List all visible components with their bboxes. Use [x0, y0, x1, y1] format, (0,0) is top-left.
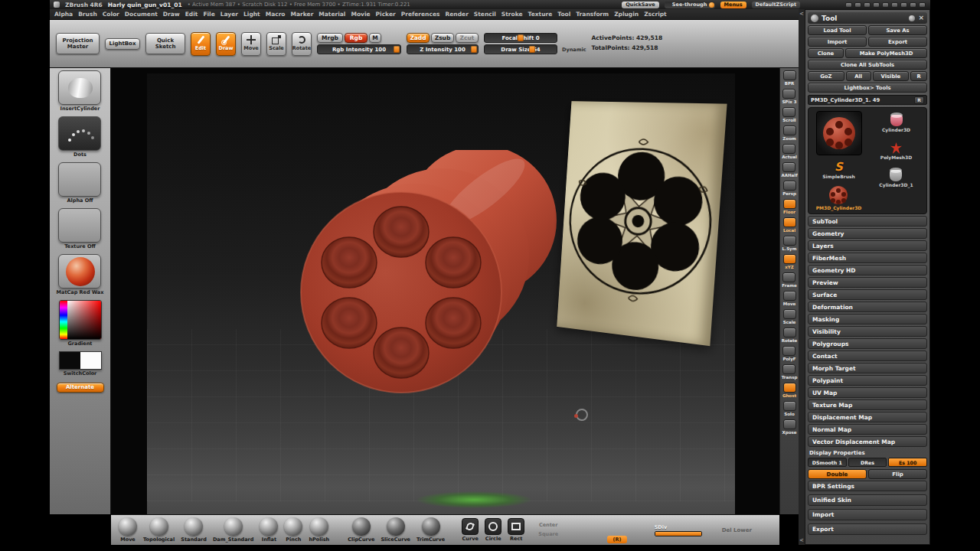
viewport[interactable] [111, 68, 779, 514]
close-panel-icon[interactable]: × [918, 15, 924, 21]
tool-section[interactable]: Polypaint [808, 375, 927, 386]
brush-hpolish[interactable]: hPolish [309, 517, 329, 543]
tool-section[interactable]: Geometry [808, 228, 927, 239]
tool-section[interactable]: Import [808, 509, 927, 520]
goz-button[interactable]: GoZ [808, 71, 844, 81]
reference-image-plane[interactable] [557, 101, 727, 346]
tool-section[interactable]: Deformation [808, 302, 927, 312]
goz-all-button[interactable]: All [846, 71, 871, 81]
menu-item[interactable]: Marker [291, 11, 314, 18]
tool-section[interactable]: Export [808, 523, 927, 535]
menu-item[interactable]: Picker [376, 11, 396, 18]
interface-icon-6[interactable] [891, 2, 898, 8]
bpr-settings-section[interactable]: BPR Settings [808, 481, 927, 491]
menus-button[interactable]: Menus [720, 2, 746, 8]
tool-section[interactable]: Layers [808, 240, 927, 251]
material-selector[interactable]: MatCap Red Wax [57, 254, 104, 295]
xpose-button[interactable]: Xpose [782, 419, 797, 435]
menu-item[interactable]: Stroke [501, 11, 523, 18]
menu-item[interactable]: Stencil [474, 11, 496, 18]
menu-item[interactable]: Macro [266, 11, 286, 18]
lsym-toggle[interactable]: L.Sym [782, 236, 797, 251]
square-toggle[interactable]: Square [538, 530, 558, 539]
aahalf-button[interactable]: AAHalf [781, 162, 797, 178]
interface-icon-8[interactable] [910, 2, 916, 8]
quicksave-button[interactable]: QuickSave [622, 2, 658, 8]
color-picker[interactable]: Gradient [59, 300, 102, 347]
zcut-button[interactable]: Zcut [456, 33, 479, 43]
bpr-button[interactable]: BPR [783, 70, 796, 86]
flip-button[interactable]: Flip [868, 469, 927, 479]
tool-cylinder3d-1[interactable]: Cylinder3D_1 [879, 166, 913, 191]
saturation-field-icon[interactable] [67, 301, 101, 339]
clone-all-subtools-button[interactable]: Clone All SubTools [808, 60, 927, 70]
interface-icon-1[interactable] [845, 2, 852, 8]
sdiv-slider[interactable]: SDiv [655, 524, 702, 536]
slider-handle-icon[interactable] [471, 46, 477, 53]
menu-item[interactable]: Color [103, 11, 119, 18]
menu-item[interactable]: Layer [220, 11, 238, 18]
active-tool-thumbnail[interactable] [816, 111, 862, 155]
m-button[interactable]: M [369, 33, 381, 43]
main-color-swatch[interactable] [60, 352, 80, 369]
interface-icon-3[interactable] [864, 2, 871, 8]
menu-item[interactable]: Zscript [644, 11, 667, 18]
move-button[interactable]: Move [241, 32, 261, 56]
slider-handle-icon[interactable] [518, 34, 524, 41]
brush-pinch[interactable]: Pinch [284, 517, 302, 543]
scroll-up-icon[interactable]: < [799, 11, 804, 17]
current-brush[interactable]: InsertCylinder [58, 70, 101, 112]
tool-section[interactable]: Texture Map [808, 399, 927, 410]
tool-section[interactable]: Geometry HD [808, 265, 927, 276]
brush-clipcurve[interactable]: ClipCurve [348, 517, 374, 543]
brush-move[interactable]: Move [119, 517, 137, 543]
dynamic-label[interactable]: Dynamic [562, 47, 586, 53]
floor-toggle[interactable]: Floor [783, 199, 796, 214]
polyf-toggle[interactable]: PolyF [782, 346, 795, 361]
secondary-color-swatch[interactable] [80, 352, 101, 369]
tool-polymesh3d[interactable]: PolyMesh3D [880, 139, 913, 164]
z-intensity-slider[interactable]: Z Intensity 100 [407, 44, 479, 54]
texture-selector[interactable]: Texture Off [58, 208, 101, 249]
r-button[interactable]: (R) [607, 536, 627, 543]
draw-size-slider[interactable]: Draw Size 64 [484, 44, 557, 54]
interface-icon-5[interactable] [882, 2, 889, 8]
color-gradient-icon[interactable] [59, 300, 102, 340]
brush-dam-standard[interactable]: Dam_Standard [213, 517, 254, 543]
menu-item[interactable]: Brush [78, 11, 97, 18]
edit-button[interactable]: Edit [191, 32, 211, 56]
tool-section[interactable]: Surface [808, 289, 927, 300]
del-lower-button[interactable]: Del Lower [722, 527, 752, 533]
quick-sketch-button[interactable]: Quick Sketch [145, 33, 185, 54]
transp-toggle[interactable]: Transp [782, 364, 798, 380]
active-tool-bar[interactable]: PM3D_Cylinder3D_1. 49 R [808, 95, 927, 105]
interface-icon-2[interactable] [854, 2, 861, 8]
tool-section[interactable]: Preview [808, 277, 927, 288]
tool-cylinder3d[interactable]: Cylinder3D [882, 111, 910, 136]
switch-color-swatches[interactable] [59, 351, 102, 370]
stroke-curve[interactable]: Curve [462, 518, 479, 542]
tool-section[interactable]: SubTool [808, 216, 927, 227]
tool-section[interactable]: Normal Map [808, 424, 927, 435]
load-tool-button[interactable]: Load Tool [808, 25, 867, 35]
brush-slicecurve[interactable]: SliceCurve [381, 517, 410, 543]
rotate-button[interactable]: Rotate [292, 32, 312, 56]
panel-menu-icon[interactable] [909, 15, 915, 21]
menu-item[interactable]: Draw [163, 11, 180, 18]
es-slider[interactable]: Es 100 [888, 458, 927, 467]
xyz-toggle[interactable]: xYZ [783, 254, 796, 269]
double-button[interactable]: Double [808, 469, 867, 479]
menu-item[interactable]: Render [445, 11, 468, 18]
tool-section[interactable]: Vector Displacement Map [808, 436, 927, 447]
scale-button[interactable]: Scale [266, 32, 286, 56]
menu-item[interactable]: Zplugin [614, 11, 639, 18]
move-gizmo-button[interactable]: Move [783, 291, 796, 306]
scale-gizmo-button[interactable]: Scale [783, 309, 796, 324]
actual-button[interactable]: Actual [782, 144, 797, 159]
rgb-button[interactable]: Rgb [345, 33, 368, 43]
menu-item[interactable]: Edit [185, 11, 198, 18]
lightbox-button[interactable]: LightBox [105, 38, 140, 50]
interface-icon-7[interactable] [900, 2, 907, 8]
brush-inflat[interactable]: Inflat [260, 517, 278, 543]
menu-item[interactable]: Material [318, 11, 345, 18]
